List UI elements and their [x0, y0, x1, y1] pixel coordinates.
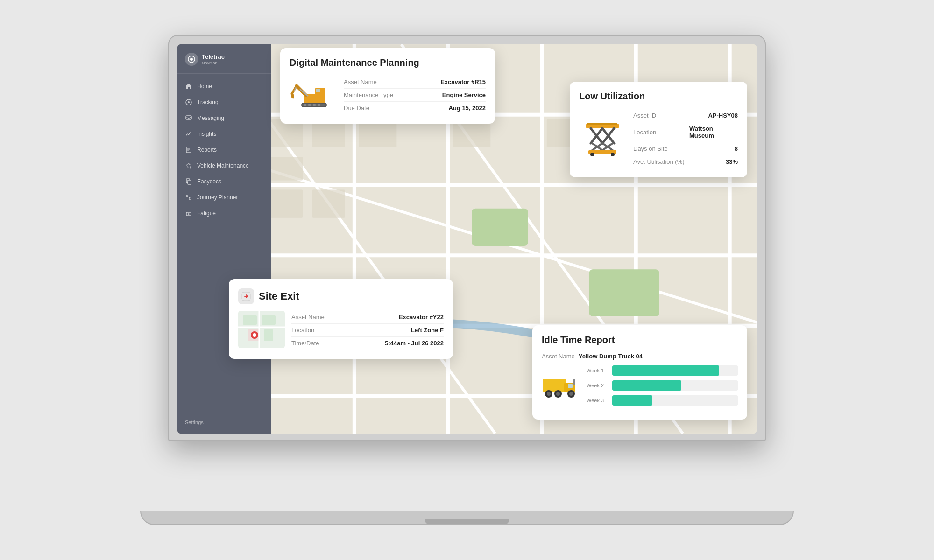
bar-row-week1: Week 1: [587, 365, 738, 376]
svg-rect-87: [573, 379, 575, 385]
sidebar-item-reports[interactable]: Reports: [177, 142, 271, 158]
sidebar-item-easydocs[interactable]: Easydocs: [177, 174, 271, 189]
utilization-row-ave: Ave. Utilisation (%) 33%: [633, 155, 738, 168]
fatigue-icon: [185, 210, 192, 217]
laptop-notch: [425, 519, 509, 524]
svg-point-27: [190, 58, 193, 61]
svg-rect-73: [264, 329, 273, 341]
settings-label: Settings: [185, 420, 204, 425]
svg-point-84: [556, 392, 560, 396]
reports-icon: [185, 146, 192, 154]
tracking-icon: [185, 98, 192, 106]
utilization-label-location: Location: [633, 129, 689, 136]
site-exit-content: Asset Name Excavator #Y22 Location Left …: [238, 311, 444, 350]
utilization-value-asset-id: AP-HSY08: [708, 112, 738, 119]
svg-point-38: [189, 198, 191, 200]
maintenance-value-asset-name: Excavator #R15: [440, 78, 486, 85]
maintenance-label-due-date: Due Date: [344, 105, 400, 112]
site-exit-value-time: 5:44am - Jul 26 2022: [385, 340, 444, 347]
site-exit-value-asset: Excavator #Y22: [399, 314, 444, 321]
svg-rect-56: [587, 123, 617, 125]
sidebar-label-journey-planner: Journey Planner: [197, 194, 238, 201]
utilization-card-title: Low Utilization: [579, 91, 738, 102]
svg-line-39: [187, 197, 190, 198]
sidebar-label-insights: Insights: [197, 131, 216, 137]
bar-fill-week1: [612, 365, 719, 376]
sidebar-label-home: Home: [197, 83, 212, 90]
excavator-image: [290, 77, 336, 114]
sidebar-item-vehicle-maintenance[interactable]: Vehicle Maintenance: [177, 158, 271, 174]
sidebar-label-messaging: Messaging: [197, 115, 224, 121]
idle-chart-container: Week 1 Week 2 Week 3: [542, 365, 738, 410]
sidebar-footer: Settings: [177, 410, 271, 434]
maintenance-row-asset-name: Asset Name Excavator #R15: [344, 76, 486, 89]
svg-rect-25: [312, 189, 345, 217]
sidebar-item-tracking[interactable]: Tracking: [177, 94, 271, 110]
svg-point-37: [186, 195, 188, 197]
sidebar-item-messaging[interactable]: Messaging: [177, 110, 271, 126]
svg-point-86: [569, 392, 573, 396]
site-exit-map-thumb: [238, 311, 285, 348]
svg-point-67: [611, 153, 615, 156]
bar-track-week3: [612, 395, 738, 406]
easydocs-icon: [185, 178, 192, 185]
svg-rect-44: [316, 89, 320, 92]
site-exit-label-asset: Asset Name: [291, 314, 347, 321]
sidebar-item-home[interactable]: Home: [177, 78, 271, 94]
utilization-label-asset-id: Asset ID: [633, 112, 689, 119]
bar-row-week2: Week 2: [587, 380, 738, 391]
maintenance-label-asset-name: Asset Name: [344, 78, 400, 85]
svg-rect-50: [318, 104, 320, 106]
svg-rect-71: [262, 315, 276, 325]
utilization-row-days: Days on Site 8: [633, 142, 738, 155]
svg-rect-49: [313, 104, 316, 106]
svg-point-41: [188, 213, 190, 215]
idle-bar-chart: Week 1 Week 2 Week 3: [587, 365, 738, 410]
utilization-label-days: Days on Site: [633, 145, 689, 152]
utilization-row-location: Location Wattson Museum: [633, 122, 738, 142]
svg-point-66: [590, 153, 594, 156]
svg-point-82: [547, 392, 551, 396]
svg-rect-16: [589, 269, 659, 316]
logo-text-block: Teletrac Navman: [202, 53, 225, 65]
sidebar-nav: Home Tracking: [177, 74, 271, 410]
maintenance-value-due-date: Aug 15, 2022: [449, 105, 486, 112]
sidebar-item-insights[interactable]: Insights: [177, 126, 271, 142]
bar-track-week1: [612, 365, 738, 376]
maintenance-label-type: Maintenance Type: [344, 91, 400, 98]
maintenance-value-type: Engine Service: [442, 91, 486, 98]
utilization-card-content: Asset ID AP-HSY08 Location Wattson Museu…: [579, 109, 738, 168]
sidebar: Teletrac Navman Home: [177, 44, 271, 434]
vehicle-maintenance-icon: [185, 162, 192, 169]
bar-label-week3: Week 3: [587, 398, 608, 403]
utilization-value-ave: 33%: [726, 158, 738, 165]
utilization-label-ave: Ave. Utilisation (%): [633, 158, 689, 165]
svg-rect-30: [186, 116, 191, 119]
site-exit-title: Site Exit: [259, 290, 299, 302]
idle-asset-label: Asset Name: [542, 353, 575, 360]
svg-rect-15: [472, 209, 528, 246]
svg-rect-48: [308, 104, 311, 106]
maintenance-card-title: Digital Maintenance Planning: [290, 57, 486, 68]
insights-icon: [185, 130, 192, 138]
sidebar-item-journey-planner[interactable]: Journey Planner: [177, 189, 271, 205]
bar-track-week2: [612, 380, 738, 391]
idle-report-asset-row: Asset Name Yellow Dump Truck 04: [542, 353, 738, 360]
utilization-value-days: 8: [735, 145, 738, 152]
messaging-icon: [185, 114, 192, 122]
sidebar-item-fatigue[interactable]: Fatigue: [177, 205, 271, 221]
utilization-row-asset-id: Asset ID AP-HSY08: [633, 109, 738, 122]
maintenance-data-table: Asset Name Excavator #R15 Maintenance Ty…: [344, 76, 486, 114]
idle-report-card: Idle Time Report Asset Name Yellow Dump …: [532, 325, 747, 420]
laptop-body: Teletrac Navman Home: [168, 35, 766, 441]
utilization-value-location: Wattson Museum: [689, 125, 738, 139]
sidebar-label-tracking: Tracking: [197, 99, 219, 105]
site-exit-icon: [238, 288, 254, 304]
sidebar-label-fatigue: Fatigue: [197, 210, 216, 217]
site-exit-data-table: Asset Name Excavator #Y22 Location Left …: [291, 311, 444, 350]
bar-row-week3: Week 3: [587, 395, 738, 406]
sidebar-label-reports: Reports: [197, 147, 217, 153]
journey-planner-icon: [185, 194, 192, 201]
site-exit-header: Site Exit: [238, 288, 444, 304]
maintenance-card: Digital Maintenance Planning: [280, 48, 495, 124]
